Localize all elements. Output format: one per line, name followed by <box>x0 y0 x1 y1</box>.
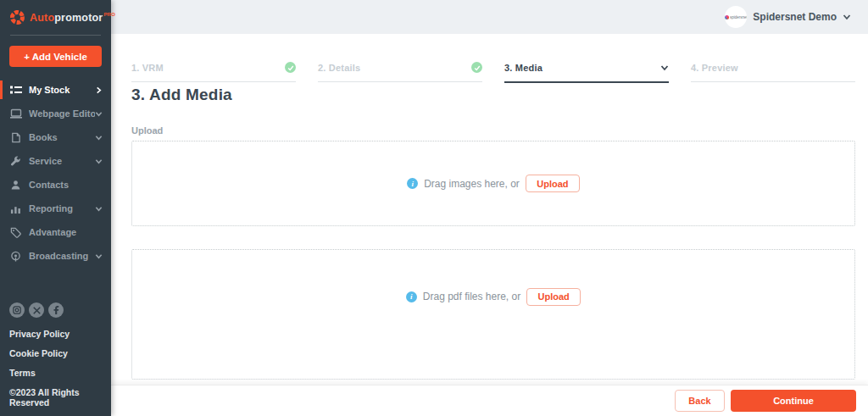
broadcast-icon <box>9 250 22 263</box>
step-vrm[interactable]: 1. VRM <box>131 61 296 83</box>
sidebar-item-broadcasting[interactable]: Broadcasting <box>0 244 111 268</box>
add-vehicle-button[interactable]: + Add Vehicle <box>9 46 102 67</box>
avatar: spidersnet <box>725 6 747 28</box>
topbar: spidersnet Spidersnet Demo <box>111 0 868 34</box>
sidebar-item-label: Webpage Editor <box>29 108 95 119</box>
list-icon <box>9 84 22 97</box>
sidebar-footer: Privacy Policy Cookie Policy Terms ©2023… <box>0 302 111 416</box>
sidebar-item-advantage[interactable]: Advantage <box>0 220 111 244</box>
brand-name: AutopromotorPRO <box>30 12 115 24</box>
sidebar-item-label: My Stock <box>29 85 95 95</box>
facebook-icon[interactable] <box>48 302 64 318</box>
wizard-footer: Back Continue <box>111 385 868 416</box>
sidebar-nav: My Stock Webpage Editor Books <box>0 78 111 268</box>
stepper: 1. VRM 2. Details <box>131 61 855 83</box>
step-label: 1. VRM <box>131 63 164 73</box>
wizard-content: 1. VRM 2. Details <box>111 34 868 380</box>
brand-name-suffix: promotor <box>54 12 103 24</box>
chevron-down-icon <box>843 13 851 21</box>
chevron-down-icon <box>95 158 103 165</box>
image-dropzone[interactable]: i Drag images here, or Upload <box>131 141 855 226</box>
monitor-icon <box>9 108 22 120</box>
sidebar-item-reporting[interactable]: Reporting <box>0 197 111 220</box>
app-window: AutopromotorPRO + Add Vehicle My Stock W… <box>0 0 868 416</box>
brand-logo[interactable]: AutopromotorPRO <box>0 0 111 33</box>
privacy-policy-link[interactable]: Privacy Policy <box>9 329 111 339</box>
x-twitter-icon[interactable] <box>29 302 44 318</box>
brand-name-prefix: Auto <box>30 12 54 24</box>
sidebar-item-label: Broadcasting <box>29 251 95 261</box>
check-icon <box>285 62 296 73</box>
brand-star-icon <box>9 9 25 25</box>
wrench-icon <box>9 155 22 168</box>
pdf-dropzone[interactable]: i Drag pdf files here, or Upload <box>131 249 855 380</box>
sidebar-item-label: Advantage <box>29 227 103 237</box>
image-drop-hint: Drag images here, or <box>424 178 520 190</box>
step-label: 4. Preview <box>691 63 738 73</box>
account-name: Spidersnet Demo <box>753 11 837 23</box>
step-label: 2. Details <box>318 63 360 73</box>
info-icon: i <box>406 291 417 302</box>
info-icon: i <box>407 178 418 189</box>
back-button[interactable]: Back <box>675 390 725 412</box>
social-links <box>9 302 111 318</box>
person-icon <box>9 179 22 191</box>
check-icon <box>471 62 482 73</box>
step-underline <box>318 81 482 82</box>
upload-section-label: Upload <box>131 125 855 136</box>
step-details[interactable]: 2. Details <box>318 61 482 83</box>
upload-images-button[interactable]: Upload <box>526 175 580 192</box>
sidebar: AutopromotorPRO + Add Vehicle My Stock W… <box>0 0 111 416</box>
avatar-logo-dot <box>725 15 729 19</box>
step-preview[interactable]: 4. Preview <box>691 61 855 83</box>
pdf-drop-hint: Drag pdf files here, or <box>423 291 520 302</box>
upload-pdfs-button[interactable]: Upload <box>526 288 581 306</box>
terms-link[interactable]: Terms <box>9 368 111 378</box>
sidebar-item-label: Service <box>29 156 95 166</box>
chevron-down-icon <box>95 134 103 141</box>
chevron-down-icon <box>95 252 103 260</box>
instagram-icon[interactable] <box>9 302 25 318</box>
main-area: spidersnet Spidersnet Demo 1. VRM <box>111 0 868 416</box>
account-menu[interactable]: spidersnet Spidersnet Demo <box>725 6 851 28</box>
sidebar-item-contacts[interactable]: Contacts <box>0 173 111 197</box>
sidebar-item-service[interactable]: Service <box>0 149 111 173</box>
sidebar-item-label: Reporting <box>29 203 95 214</box>
bar-chart-icon <box>9 202 22 215</box>
chevron-down-icon <box>95 205 103 213</box>
sidebar-item-my-stock[interactable]: My Stock <box>0 78 111 102</box>
step-underline <box>131 81 296 82</box>
sidebar-item-books[interactable]: Books <box>0 125 111 149</box>
step-underline <box>504 81 669 83</box>
page-title: 3. Add Media <box>131 86 855 104</box>
tag-icon <box>9 226 22 239</box>
avatar-label: spidersnet <box>730 15 747 19</box>
chevron-right-icon <box>95 86 103 94</box>
cookie-policy-link[interactable]: Cookie Policy <box>9 348 111 358</box>
step-underline <box>691 81 855 82</box>
copyright-text: ©2023 All Rights Reserved <box>9 387 111 408</box>
chevron-down-icon <box>660 64 669 72</box>
brand-badge: PRO <box>103 12 115 17</box>
divider <box>10 35 101 36</box>
sidebar-item-webpage-editor[interactable]: Webpage Editor <box>0 102 111 125</box>
chevron-down-icon <box>95 110 103 118</box>
step-media[interactable]: 3. Media <box>504 61 669 83</box>
book-icon <box>9 131 22 144</box>
step-label: 3. Media <box>504 63 542 73</box>
sidebar-item-label: Books <box>29 132 95 142</box>
continue-button[interactable]: Continue <box>731 390 856 412</box>
sidebar-item-label: Contacts <box>29 180 103 190</box>
